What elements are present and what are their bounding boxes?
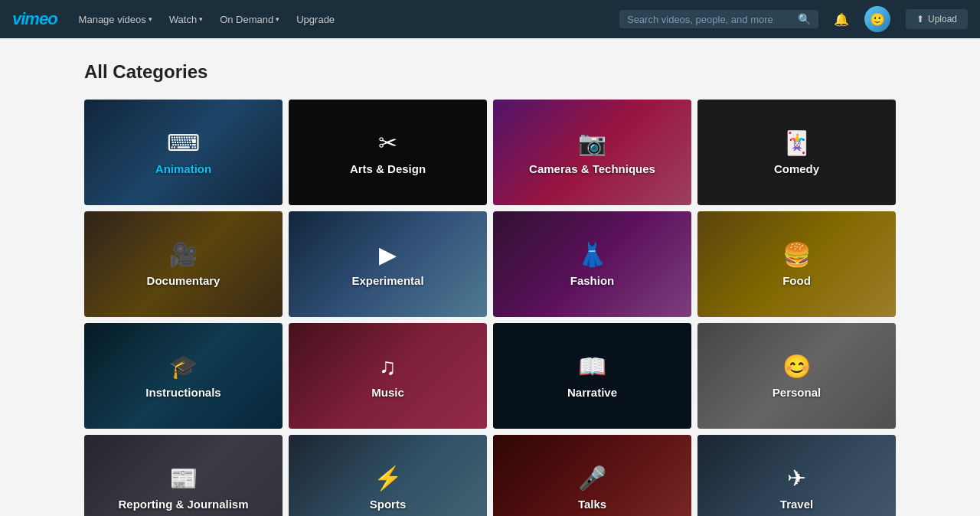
page-title: All Categories (84, 61, 896, 83)
sports-label: Sports (370, 498, 407, 511)
category-card-fashion[interactable]: 👗Fashion (493, 211, 691, 317)
category-card-personal[interactable]: 😊Personal (697, 323, 896, 429)
arts-design-icon: ✂ (378, 129, 397, 156)
main-content: All Categories ⌨Animation✂Arts & Design📷… (69, 38, 911, 516)
logo[interactable]: vimeo (12, 9, 57, 29)
instructionals-icon: 🎓 (169, 353, 198, 380)
chevron-down-icon: ▾ (199, 15, 203, 23)
nav-manage-videos[interactable]: Manage videos ▾ (73, 11, 158, 28)
fashion-label: Fashion (570, 274, 615, 287)
search-bar: 🔍 (619, 10, 818, 28)
music-icon: ♫ (379, 354, 397, 380)
categories-grid: ⌨Animation✂Arts & Design📷Cameras & Techn… (84, 100, 896, 516)
comedy-icon: 🃏 (782, 129, 811, 156)
food-label: Food (782, 274, 811, 287)
animation-label: Animation (155, 162, 211, 175)
reporting-label: Reporting & Journalism (118, 498, 248, 511)
avatar[interactable]: 🙂 (864, 6, 890, 32)
talks-icon: 🎤 (578, 465, 606, 492)
cameras-icon: 📷 (578, 129, 606, 156)
category-card-narrative[interactable]: 📖Narrative (493, 323, 691, 429)
arts-design-label: Arts & Design (350, 162, 426, 175)
reporting-icon: 📰 (169, 465, 198, 492)
experimental-label: Experimental (351, 274, 423, 287)
category-card-instructionals[interactable]: 🎓Instructionals (84, 323, 283, 429)
category-card-travel[interactable]: ✈Travel (697, 435, 896, 516)
travel-icon: ✈ (787, 465, 806, 492)
personal-icon: 😊 (782, 353, 811, 380)
category-card-sports[interactable]: ⚡Sports (289, 435, 487, 516)
category-card-reporting[interactable]: 📰Reporting & Journalism (84, 435, 283, 516)
music-label: Music (371, 386, 404, 399)
travel-label: Travel (780, 498, 813, 511)
experimental-icon: ▶ (379, 241, 397, 268)
category-card-comedy[interactable]: 🃏Comedy (697, 100, 896, 205)
category-card-talks[interactable]: 🎤Talks (493, 435, 691, 516)
nav-upgrade[interactable]: Upgrade (290, 11, 341, 28)
instructionals-label: Instructionals (145, 386, 220, 399)
talks-label: Talks (578, 498, 606, 511)
category-card-animation[interactable]: ⌨Animation (84, 100, 283, 205)
documentary-icon: 🎥 (169, 241, 198, 268)
cameras-label: Cameras & Techniques (529, 162, 655, 175)
navbar: vimeo Manage videos ▾ Watch ▾ On Demand … (0, 0, 980, 38)
comedy-label: Comedy (774, 162, 819, 175)
documentary-label: Documentary (147, 274, 220, 287)
chevron-down-icon: ▾ (149, 15, 152, 23)
fashion-icon: 👗 (578, 241, 606, 268)
nav-on-demand[interactable]: On Demand ▾ (214, 11, 286, 28)
category-card-experimental[interactable]: ▶Experimental (289, 211, 487, 317)
narrative-label: Narrative (567, 386, 617, 399)
upload-icon: ⬆ (916, 14, 924, 24)
nav-watch[interactable]: Watch ▾ (163, 11, 209, 28)
category-card-arts-design[interactable]: ✂Arts & Design (289, 100, 487, 205)
notification-bell-icon[interactable]: 🔔 (834, 12, 849, 27)
category-card-food[interactable]: 🍔Food (697, 211, 896, 317)
search-input[interactable] (627, 14, 793, 25)
category-card-music[interactable]: ♫Music (289, 323, 487, 429)
narrative-icon: 📖 (578, 353, 606, 380)
search-icon[interactable]: 🔍 (798, 13, 811, 25)
category-card-documentary[interactable]: 🎥Documentary (84, 211, 283, 317)
nav-links: Manage videos ▾ Watch ▾ On Demand ▾ Upgr… (73, 11, 341, 28)
personal-label: Personal (773, 386, 821, 399)
food-icon: 🍔 (782, 241, 811, 268)
chevron-down-icon: ▾ (276, 15, 279, 23)
sports-icon: ⚡ (374, 465, 402, 492)
animation-icon: ⌨ (167, 129, 200, 156)
upload-button[interactable]: ⬆ Upload (906, 9, 968, 29)
category-card-cameras[interactable]: 📷Cameras & Techniques (493, 100, 691, 205)
